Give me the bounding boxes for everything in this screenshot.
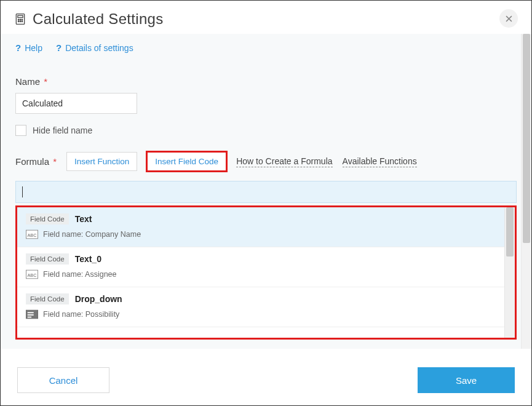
required-asterisk: * (41, 76, 47, 87)
field-code-item[interactable]: Field CodeTextABCField name: Company Nam… (17, 207, 515, 247)
dropdown-field-icon (26, 309, 38, 319)
svg-text:ABC: ABC (28, 233, 37, 238)
field-code-item[interactable]: Field CodeText_0ABCField name: Assignee (17, 247, 515, 287)
insert-function-button[interactable]: Insert Function (66, 152, 137, 171)
details-link-label: Details of settings (65, 43, 133, 53)
field-name-label: Field name: Possibility (43, 310, 119, 319)
field-code-badge: Field Code (26, 253, 69, 265)
cancel-button[interactable]: Cancel (17, 367, 109, 393)
field-code-value: Drop_down (75, 294, 122, 304)
text-field-icon: ABC (26, 229, 38, 239)
dialog-scrollbar[interactable] (521, 34, 531, 349)
svg-point-6 (20, 21, 21, 22)
field-code-value: Text (75, 214, 92, 224)
details-link[interactable]: ? Details of settings (56, 42, 133, 53)
required-asterisk: * (50, 156, 57, 167)
formula-input[interactable] (15, 181, 517, 203)
svg-rect-1 (18, 15, 23, 17)
field-name-label: Field name: Assignee (43, 270, 117, 279)
svg-rect-15 (28, 317, 31, 318)
name-input[interactable] (15, 93, 137, 114)
svg-text:ABC: ABC (28, 273, 37, 278)
help-link[interactable]: ? Help (15, 42, 42, 53)
field-code-value: Text_0 (75, 254, 101, 264)
save-button[interactable]: Save (418, 367, 515, 393)
field-code-badge: Field Code (26, 293, 69, 304)
insert-field-code-button[interactable]: Insert Field Code (147, 152, 226, 171)
close-button[interactable] (499, 9, 518, 28)
close-icon (506, 15, 512, 22)
svg-point-5 (18, 21, 19, 22)
svg-rect-13 (28, 312, 34, 313)
question-icon: ? (56, 42, 62, 53)
svg-rect-14 (28, 314, 34, 316)
svg-point-3 (20, 19, 21, 20)
dropdown-scrollbar[interactable] (504, 207, 515, 338)
question-icon: ? (15, 42, 21, 53)
svg-point-4 (22, 19, 22, 20)
available-functions-link[interactable]: Available Functions (343, 156, 417, 167)
field-code-badge: Field Code (26, 213, 69, 225)
text-caret (22, 186, 23, 197)
calculator-icon (14, 13, 26, 25)
svg-point-2 (18, 19, 19, 20)
hide-field-name-checkbox[interactable] (15, 125, 26, 136)
dialog-title: Calculated Settings (33, 10, 164, 28)
field-code-dropdown: Field CodeTextABCField name: Company Nam… (15, 205, 517, 340)
svg-point-7 (22, 21, 22, 22)
field-name-label: Field name: Company Name (43, 230, 141, 239)
name-label: Name * (15, 76, 517, 87)
hide-field-name-label: Hide field name (33, 125, 92, 135)
text-field-icon: ABC (26, 269, 38, 279)
how-to-create-formula-link[interactable]: How to Create a Formula (236, 156, 332, 167)
field-code-item[interactable]: Field CodeDrop_downField name: Possibili… (17, 287, 515, 327)
formula-label: Formula * (15, 156, 57, 167)
help-link-label: Help (25, 43, 42, 53)
